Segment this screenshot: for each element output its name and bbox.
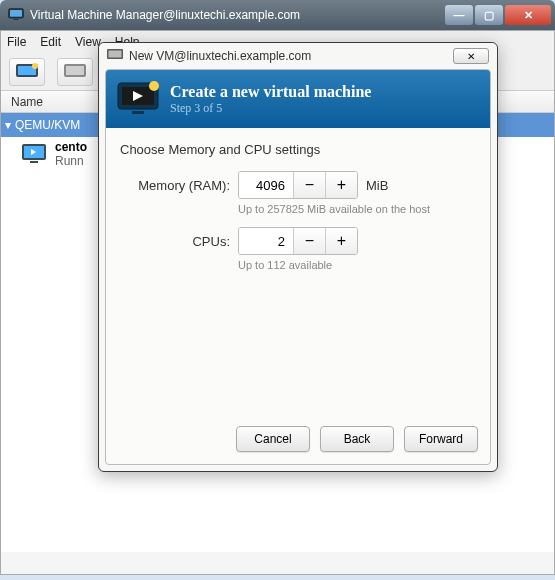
svg-rect-18 [132, 111, 144, 114]
wizard-banner: Create a new virtual machine Step 3 of 5 [106, 70, 490, 128]
memory-input[interactable] [239, 172, 293, 198]
dialog-title: New VM@linuxtechi.example.com [129, 49, 453, 63]
wizard-step: Step 3 of 5 [170, 101, 371, 116]
window-title: Virtual Machine Manager@linuxtechi.examp… [30, 8, 445, 22]
vm-name: cento [55, 140, 87, 154]
cancel-button[interactable]: Cancel [236, 426, 310, 452]
svg-rect-7 [66, 66, 84, 75]
dialog-close-button[interactable]: ✕ [453, 48, 489, 64]
window-titlebar[interactable]: Virtual Machine Manager@linuxtechi.examp… [0, 0, 555, 30]
dialog-icon [107, 49, 123, 63]
memory-hint: Up to 257825 MiB available on the host [238, 203, 476, 215]
wizard-banner-icon [116, 81, 160, 117]
minimize-button[interactable]: — [445, 5, 473, 25]
memory-label: Memory (RAM): [120, 178, 230, 193]
open-vm-toolbar-button[interactable] [57, 58, 93, 86]
dialog-titlebar[interactable]: New VM@linuxtechi.example.com ✕ [99, 43, 497, 69]
svg-rect-2 [13, 18, 18, 19]
new-vm-toolbar-button[interactable] [9, 58, 45, 86]
menu-view[interactable]: View [75, 35, 101, 49]
cpu-spinbox: − + [238, 227, 358, 255]
app-icon [8, 7, 24, 23]
section-heading: Choose Memory and CPU settings [120, 142, 476, 157]
svg-rect-13 [109, 51, 122, 58]
wizard-heading: Create a new virtual machine [170, 83, 371, 101]
memory-decrement-button[interactable]: − [293, 172, 325, 198]
back-button[interactable]: Back [320, 426, 394, 452]
menu-file[interactable]: File [7, 35, 26, 49]
cpu-hint: Up to 112 available [238, 259, 476, 271]
forward-button[interactable]: Forward [404, 426, 478, 452]
svg-point-17 [149, 81, 159, 91]
new-vm-dialog: New VM@linuxtechi.example.com ✕ Create a… [98, 42, 498, 472]
svg-point-5 [32, 63, 38, 69]
svg-rect-11 [30, 161, 38, 163]
menu-edit[interactable]: Edit [40, 35, 61, 49]
chevron-down-icon: ▾ [5, 118, 11, 132]
cpu-input[interactable] [239, 228, 293, 254]
vm-status: Runn [55, 154, 87, 168]
vm-icon [21, 143, 47, 165]
svg-rect-1 [10, 10, 22, 17]
memory-unit: MiB [366, 178, 388, 193]
cpu-increment-button[interactable]: + [325, 228, 357, 254]
cpu-label: CPUs: [120, 234, 230, 249]
memory-spinbox: − + [238, 171, 358, 199]
maximize-button[interactable]: ▢ [475, 5, 503, 25]
memory-increment-button[interactable]: + [325, 172, 357, 198]
connection-label: QEMU/KVM [15, 118, 80, 132]
cpu-decrement-button[interactable]: − [293, 228, 325, 254]
window-close-button[interactable]: ✕ [505, 5, 551, 25]
